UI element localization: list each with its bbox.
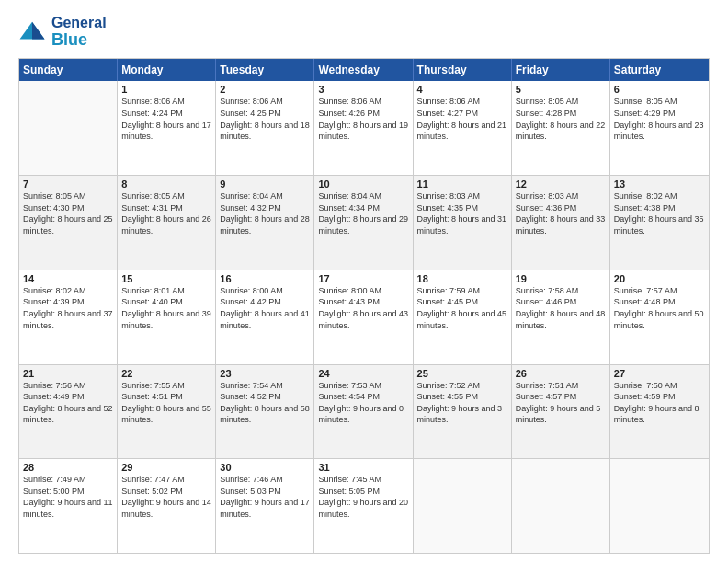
svg-marker-1 [32, 21, 45, 39]
day-info: Sunrise: 7:47 AMSunset: 5:02 PMDaylight:… [121, 474, 211, 520]
day-info: Sunrise: 7:58 AMSunset: 4:46 PMDaylight:… [516, 285, 606, 331]
day-info: Sunrise: 7:49 AMSunset: 5:00 PMDaylight:… [23, 474, 113, 520]
day-number: 27 [614, 368, 705, 379]
day-info: Sunrise: 7:52 AMSunset: 4:55 PMDaylight:… [417, 380, 507, 426]
day-number: 4 [417, 84, 507, 95]
day-number: 22 [121, 368, 211, 379]
day-info: Sunrise: 8:00 AMSunset: 4:42 PMDaylight:… [220, 285, 310, 331]
calendar-day-27: 27Sunrise: 7:50 AMSunset: 4:59 PMDayligh… [610, 365, 709, 459]
day-info: Sunrise: 7:56 AMSunset: 4:49 PMDaylight:… [23, 380, 113, 426]
calendar-day-21: 21Sunrise: 7:56 AMSunset: 4:49 PMDayligh… [19, 365, 118, 459]
day-number: 20 [614, 273, 705, 284]
logo: General Blue [18, 15, 107, 49]
calendar-day-8: 8Sunrise: 8:05 AMSunset: 4:31 PMDaylight… [118, 176, 216, 270]
header-day-friday: Friday [512, 59, 610, 81]
calendar-day-18: 18Sunrise: 7:59 AMSunset: 4:45 PMDayligh… [414, 270, 512, 364]
day-info: Sunrise: 7:45 AMSunset: 5:05 PMDaylight:… [318, 474, 408, 520]
day-info: Sunrise: 8:06 AMSunset: 4:24 PMDaylight:… [121, 96, 211, 142]
calendar-day-3: 3Sunrise: 8:06 AMSunset: 4:26 PMDaylight… [314, 81, 413, 175]
day-number: 28 [23, 462, 113, 473]
calendar-day-29: 29Sunrise: 7:47 AMSunset: 5:02 PMDayligh… [118, 459, 216, 553]
day-number: 19 [516, 273, 606, 284]
calendar-day-19: 19Sunrise: 7:58 AMSunset: 4:46 PMDayligh… [512, 270, 610, 364]
day-number: 5 [516, 84, 606, 95]
calendar-day-25: 25Sunrise: 7:52 AMSunset: 4:55 PMDayligh… [414, 365, 512, 459]
day-number: 26 [516, 368, 606, 379]
day-number: 1 [121, 84, 211, 95]
day-info: Sunrise: 7:54 AMSunset: 4:52 PMDaylight:… [220, 380, 310, 426]
calendar-week-5: 28Sunrise: 7:49 AMSunset: 5:00 PMDayligh… [19, 458, 709, 553]
calendar-day-7: 7Sunrise: 8:05 AMSunset: 4:30 PMDaylight… [19, 176, 118, 270]
day-number: 13 [614, 178, 705, 190]
day-info: Sunrise: 7:50 AMSunset: 4:59 PMDaylight:… [614, 380, 705, 426]
calendar-cell-empty [512, 459, 610, 553]
day-info: Sunrise: 8:02 AMSunset: 4:38 PMDaylight:… [614, 190, 705, 236]
calendar-day-10: 10Sunrise: 8:04 AMSunset: 4:34 PMDayligh… [314, 176, 413, 270]
day-number: 17 [318, 273, 408, 284]
day-info: Sunrise: 8:06 AMSunset: 4:25 PMDaylight:… [220, 96, 310, 142]
day-info: Sunrise: 7:55 AMSunset: 4:51 PMDaylight:… [121, 380, 211, 426]
calendar-day-22: 22Sunrise: 7:55 AMSunset: 4:51 PMDayligh… [118, 365, 216, 459]
header-day-saturday: Saturday [610, 59, 709, 81]
day-info: Sunrise: 7:51 AMSunset: 4:57 PMDaylight:… [516, 380, 606, 426]
calendar-day-28: 28Sunrise: 7:49 AMSunset: 5:00 PMDayligh… [19, 459, 118, 553]
page: General Blue SundayMondayTuesdayWednesda… [0, 0, 728, 563]
day-number: 18 [417, 273, 507, 284]
calendar-day-6: 6Sunrise: 8:05 AMSunset: 4:29 PMDaylight… [610, 81, 709, 175]
day-info: Sunrise: 8:04 AMSunset: 4:32 PMDaylight:… [220, 190, 310, 236]
day-number: 30 [220, 462, 310, 473]
day-info: Sunrise: 8:06 AMSunset: 4:26 PMDaylight:… [318, 96, 408, 142]
calendar: SundayMondayTuesdayWednesdayThursdayFrid… [18, 58, 710, 554]
calendar-day-5: 5Sunrise: 8:05 AMSunset: 4:28 PMDaylight… [512, 81, 610, 175]
day-number: 8 [121, 178, 211, 190]
day-info: Sunrise: 8:05 AMSunset: 4:28 PMDaylight:… [516, 96, 606, 142]
calendar-day-30: 30Sunrise: 7:46 AMSunset: 5:03 PMDayligh… [216, 459, 314, 553]
calendar-day-4: 4Sunrise: 8:06 AMSunset: 4:27 PMDaylight… [414, 81, 512, 175]
day-info: Sunrise: 8:05 AMSunset: 4:29 PMDaylight:… [614, 96, 705, 142]
header-day-wednesday: Wednesday [314, 59, 413, 81]
calendar-cell-empty [19, 81, 118, 175]
calendar-day-23: 23Sunrise: 7:54 AMSunset: 4:52 PMDayligh… [216, 365, 314, 459]
day-number: 6 [614, 84, 705, 95]
day-number: 12 [516, 178, 606, 190]
header-day-monday: Monday [118, 59, 216, 81]
calendar-body: 1Sunrise: 8:06 AMSunset: 4:24 PMDaylight… [19, 81, 709, 553]
day-number: 7 [23, 178, 113, 190]
calendar-week-3: 14Sunrise: 8:02 AMSunset: 4:39 PMDayligh… [19, 270, 709, 364]
day-number: 16 [220, 273, 310, 284]
day-info: Sunrise: 8:05 AMSunset: 4:31 PMDaylight:… [121, 190, 211, 236]
header-day-thursday: Thursday [414, 59, 512, 81]
day-number: 23 [220, 368, 310, 379]
calendar-day-14: 14Sunrise: 8:02 AMSunset: 4:39 PMDayligh… [19, 270, 118, 364]
calendar-day-11: 11Sunrise: 8:03 AMSunset: 4:35 PMDayligh… [414, 176, 512, 270]
day-info: Sunrise: 8:03 AMSunset: 4:35 PMDaylight:… [417, 190, 507, 236]
day-info: Sunrise: 7:46 AMSunset: 5:03 PMDaylight:… [220, 474, 310, 520]
day-number: 15 [121, 273, 211, 284]
day-number: 3 [318, 84, 408, 95]
calendar-day-31: 31Sunrise: 7:45 AMSunset: 5:05 PMDayligh… [314, 459, 413, 553]
day-number: 31 [318, 462, 408, 473]
calendar-day-17: 17Sunrise: 8:00 AMSunset: 4:43 PMDayligh… [314, 270, 413, 364]
day-info: Sunrise: 8:02 AMSunset: 4:39 PMDaylight:… [23, 285, 113, 331]
header-day-sunday: Sunday [19, 59, 118, 81]
logo-blue: Blue [51, 31, 107, 50]
day-number: 11 [417, 178, 507, 190]
day-info: Sunrise: 7:53 AMSunset: 4:54 PMDaylight:… [318, 380, 408, 426]
calendar-day-2: 2Sunrise: 8:06 AMSunset: 4:25 PMDaylight… [216, 81, 314, 175]
calendar-week-2: 7Sunrise: 8:05 AMSunset: 4:30 PMDaylight… [19, 175, 709, 270]
header-day-tuesday: Tuesday [216, 59, 314, 81]
day-number: 10 [318, 178, 408, 190]
day-number: 29 [121, 462, 211, 473]
day-info: Sunrise: 8:03 AMSunset: 4:36 PMDaylight:… [516, 190, 606, 236]
calendar-week-1: 1Sunrise: 8:06 AMSunset: 4:24 PMDaylight… [19, 81, 709, 175]
day-info: Sunrise: 8:00 AMSunset: 4:43 PMDaylight:… [318, 285, 408, 331]
calendar-cell-empty [610, 459, 709, 553]
calendar-day-1: 1Sunrise: 8:06 AMSunset: 4:24 PMDaylight… [118, 81, 216, 175]
logo-text: General Blue [51, 15, 107, 49]
calendar-day-26: 26Sunrise: 7:51 AMSunset: 4:57 PMDayligh… [512, 365, 610, 459]
day-info: Sunrise: 8:05 AMSunset: 4:30 PMDaylight:… [23, 190, 113, 236]
calendar-day-20: 20Sunrise: 7:57 AMSunset: 4:48 PMDayligh… [610, 270, 709, 364]
header: General Blue [18, 15, 710, 49]
day-info: Sunrise: 8:01 AMSunset: 4:40 PMDaylight:… [121, 285, 211, 331]
day-number: 14 [23, 273, 113, 284]
